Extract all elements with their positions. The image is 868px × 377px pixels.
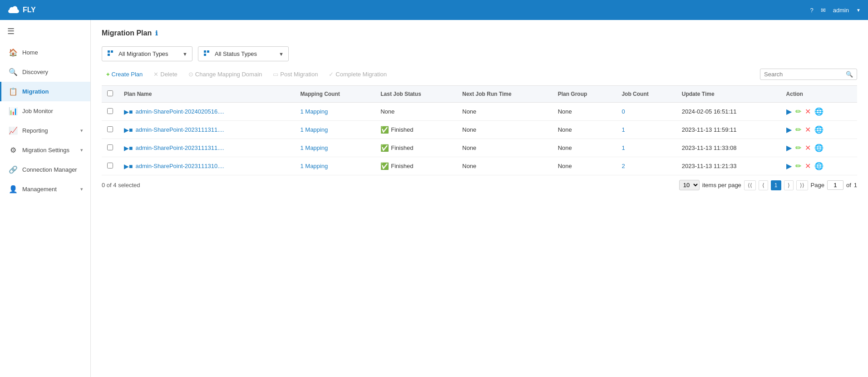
sidebar-item-reporting[interactable]: 📈 Reporting ▾ bbox=[0, 121, 90, 140]
row-checkbox[interactable] bbox=[107, 108, 113, 114]
edit-button[interactable]: ✏ bbox=[795, 162, 801, 170]
globe-button[interactable]: 🌐 bbox=[814, 125, 824, 134]
delete-button[interactable]: ✕ Delete bbox=[149, 69, 182, 79]
mapping-count-link[interactable]: 1 Mapping bbox=[300, 163, 328, 169]
mapping-count-link[interactable]: 1 Mapping bbox=[300, 126, 328, 133]
plan-name-cell: ▶■ admin-SharePoint-2023111311.... bbox=[124, 144, 289, 152]
migration-type-filter[interactable]: All Migration Types ▼ bbox=[102, 46, 192, 61]
sidebar-item-migration-settings[interactable]: ⚙ Migration Settings ▾ bbox=[0, 140, 90, 160]
status-finished: ✅ Finished bbox=[380, 144, 451, 152]
sharepoint-plan-icon: ▶■ bbox=[124, 126, 133, 134]
main-content: Migration Plan ℹ All Migration Types ▼ A… bbox=[91, 20, 868, 377]
action-toolbar: + Create Plan ✕ Delete ⊙ Change Mapping … bbox=[102, 69, 857, 80]
action-cell: ▶ ✏ ✕ 🌐 bbox=[786, 144, 852, 152]
change-mapping-domain-button[interactable]: ⊙ Change Mapping Domain bbox=[184, 69, 266, 79]
next-job-run-time: None bbox=[457, 121, 552, 139]
sidebar-item-label: Discovery bbox=[22, 69, 48, 75]
check-circle-icon: ✅ bbox=[380, 162, 389, 170]
chevron-down-icon: ▾ bbox=[80, 128, 83, 134]
migration-icon: 📋 bbox=[9, 87, 18, 96]
row-checkbox[interactable] bbox=[107, 126, 113, 132]
delete-row-button[interactable]: ✕ bbox=[805, 125, 811, 134]
sidebar-item-label: Management bbox=[22, 186, 57, 193]
topnav-left: FLY bbox=[7, 5, 36, 15]
action-cell: ▶ ✏ ✕ 🌐 bbox=[786, 125, 852, 134]
svg-rect-1 bbox=[111, 50, 113, 53]
update-time: 2023-11-13 11:33:08 bbox=[676, 139, 781, 157]
complete-migration-button[interactable]: ✓ Complete Migration bbox=[324, 69, 391, 79]
sidebar-item-management[interactable]: 👤 Management ▾ bbox=[0, 179, 90, 199]
sidebar-item-home[interactable]: 🏠 Home bbox=[0, 43, 90, 62]
plan-name-cell: ▶■ admin-SharePoint-2023111310.... bbox=[124, 163, 289, 170]
create-plan-button[interactable]: + Create Plan bbox=[102, 69, 147, 79]
total-pages: 1 bbox=[854, 182, 857, 188]
help-icon[interactable]: ? bbox=[810, 7, 813, 14]
sharepoint-plan-icon: ▶■ bbox=[124, 108, 133, 115]
page-title-bar: Migration Plan ℹ bbox=[102, 29, 857, 37]
globe-button[interactable]: 🌐 bbox=[814, 162, 824, 170]
sidebar-item-label: Reporting bbox=[22, 127, 48, 134]
info-icon[interactable]: ℹ bbox=[155, 30, 158, 37]
update-time: 2024-02-05 16:51:11 bbox=[676, 103, 781, 121]
table-row: ▶■ admin-SharePoint-2024020516.... 1 Map… bbox=[102, 103, 857, 121]
job-count-link[interactable]: 0 bbox=[621, 108, 625, 115]
cloud-logo-icon bbox=[7, 5, 20, 15]
edit-button[interactable]: ✏ bbox=[795, 144, 801, 152]
edit-button[interactable]: ✏ bbox=[795, 107, 801, 116]
post-migration-button[interactable]: ▭ Post Migration bbox=[268, 69, 322, 79]
delete-row-button[interactable]: ✕ bbox=[805, 144, 811, 152]
action-cell: ▶ ✏ ✕ 🌐 bbox=[786, 162, 852, 170]
run-button[interactable]: ▶ bbox=[786, 125, 792, 134]
job-count-link[interactable]: 1 bbox=[621, 144, 625, 151]
status-finished: ✅ Finished bbox=[380, 126, 451, 134]
user-label[interactable]: admin bbox=[833, 7, 849, 14]
job-count-link[interactable]: 2 bbox=[621, 163, 625, 169]
run-button[interactable]: ▶ bbox=[786, 144, 792, 152]
globe-button[interactable]: 🌐 bbox=[814, 144, 824, 152]
search-input[interactable] bbox=[764, 71, 846, 78]
per-page-label: items per page bbox=[702, 182, 741, 188]
table-header-row: Plan Name Mapping Count Last Job Status … bbox=[102, 86, 857, 103]
sidebar-menu-toggle[interactable]: ☰ bbox=[0, 20, 90, 43]
sharepoint-plan-icon: ▶■ bbox=[124, 163, 133, 170]
sidebar-item-job-monitor[interactable]: 📊 Job Monitor bbox=[0, 101, 90, 121]
migration-plan-table: Plan Name Mapping Count Last Job Status … bbox=[102, 85, 857, 175]
status-type-filter[interactable]: All Status Types ▼ bbox=[198, 46, 289, 61]
plan-name-text[interactable]: admin-SharePoint-2023111311.... bbox=[135, 144, 224, 151]
plan-group: None bbox=[552, 157, 616, 175]
plan-name-text[interactable]: admin-SharePoint-2023111310.... bbox=[135, 163, 224, 169]
mail-icon[interactable]: ✉ bbox=[821, 7, 826, 14]
delete-row-button[interactable]: ✕ bbox=[805, 162, 811, 170]
sidebar-item-connection-manager[interactable]: 🔗 Connection Manager bbox=[0, 160, 90, 179]
mapping-count-link[interactable]: 1 Mapping bbox=[300, 144, 328, 151]
per-page-select[interactable]: 10 20 50 bbox=[679, 180, 700, 190]
page-1-button[interactable]: 1 bbox=[771, 180, 781, 190]
next-page-button[interactable]: ⟩ bbox=[784, 180, 794, 190]
status-finished: ✅ Finished bbox=[380, 162, 451, 170]
run-button[interactable]: ▶ bbox=[786, 107, 792, 116]
table-row: ▶■ admin-SharePoint-2023111310.... 1 Map… bbox=[102, 157, 857, 175]
svg-rect-2 bbox=[108, 54, 110, 56]
plan-name-text[interactable]: admin-SharePoint-2024020516.... bbox=[135, 108, 224, 115]
status-text: Finished bbox=[391, 126, 413, 133]
mapping-count-link[interactable]: 1 Mapping bbox=[300, 108, 328, 115]
sidebar-item-discovery[interactable]: 🔍 Discovery bbox=[0, 62, 90, 82]
delete-row-button[interactable]: ✕ bbox=[805, 107, 811, 116]
first-page-button[interactable]: ⟨⟨ bbox=[744, 180, 756, 190]
run-button[interactable]: ▶ bbox=[786, 162, 792, 170]
row-checkbox[interactable] bbox=[107, 163, 113, 169]
sidebar-item-label: Connection Manager bbox=[22, 166, 77, 173]
edit-button[interactable]: ✏ bbox=[795, 125, 801, 134]
page-label: Page bbox=[811, 182, 824, 188]
row-checkbox[interactable] bbox=[107, 144, 113, 150]
sidebar-item-label: Migration Settings bbox=[22, 147, 69, 154]
globe-button[interactable]: 🌐 bbox=[814, 107, 824, 116]
page-title: Migration Plan bbox=[102, 29, 152, 37]
select-all-checkbox[interactable] bbox=[107, 90, 113, 96]
plan-name-text[interactable]: admin-SharePoint-2023111311.... bbox=[135, 126, 224, 133]
last-page-button[interactable]: ⟩⟩ bbox=[796, 180, 808, 190]
prev-page-button[interactable]: ⟨ bbox=[759, 180, 768, 190]
job-count-link[interactable]: 1 bbox=[621, 126, 625, 133]
sidebar-item-migration[interactable]: 📋 Migration bbox=[0, 82, 90, 101]
page-number-input[interactable] bbox=[827, 180, 843, 190]
